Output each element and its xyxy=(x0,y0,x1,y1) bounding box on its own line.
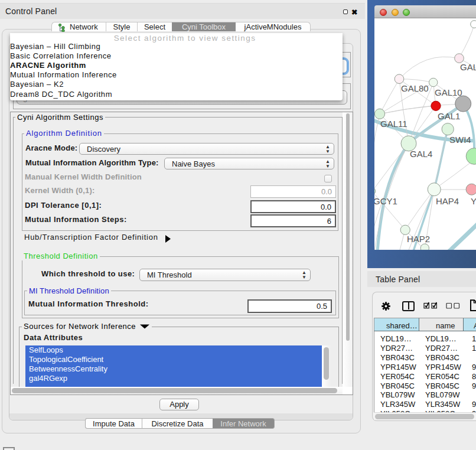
svg-text:GAL11: GAL11 xyxy=(380,119,407,129)
svg-text:GCY1: GCY1 xyxy=(374,196,397,206)
svg-text:GAL1: GAL1 xyxy=(438,111,460,121)
svg-text:HAP2: HAP2 xyxy=(407,234,430,244)
svg-text:GAL4: GAL4 xyxy=(410,149,432,159)
svg-text:Y: Y xyxy=(471,196,476,206)
svg-text:HAP4: HAP4 xyxy=(436,196,459,206)
svg-text:GAL80: GAL80 xyxy=(401,83,429,93)
svg-text:GAL10: GAL10 xyxy=(435,87,462,97)
svg-text:GAL7: GAL7 xyxy=(460,62,476,72)
svg-text:SWI4: SWI4 xyxy=(449,135,471,145)
